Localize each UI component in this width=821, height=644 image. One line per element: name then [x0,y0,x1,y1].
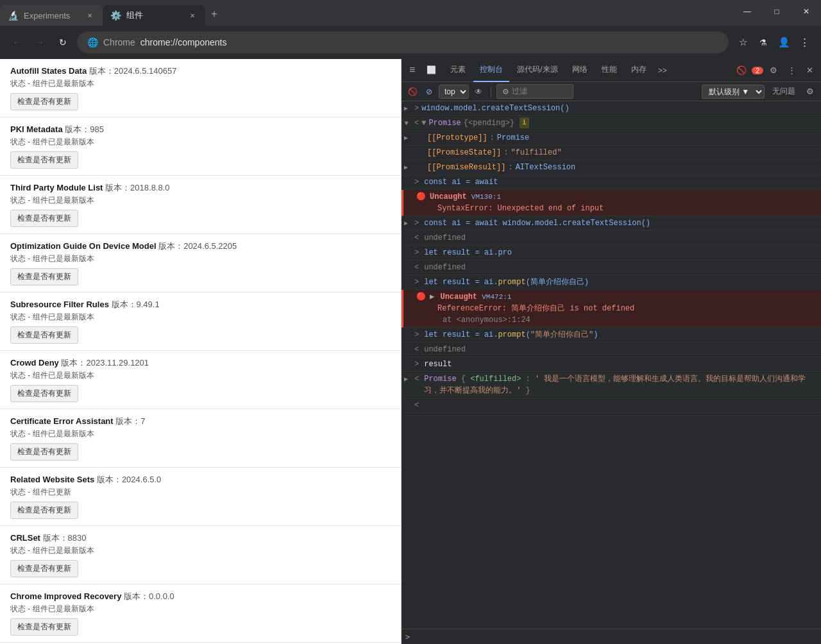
expand-arrow[interactable]: ▶ [404,104,408,114]
devtools-tab-elements[interactable]: 元素 [444,59,472,82]
devtools-tab-inspector[interactable]: ⬜ [420,59,443,82]
component-name: Crowd Deny 版本：2023.11.29.1201 [10,357,391,369]
lens-button[interactable]: ⚗ [754,33,772,51]
expand-arrow[interactable]: ▶ [404,375,408,384]
console-prompt: < [414,344,419,355]
filter-input[interactable]: ⚙ 过滤 [496,84,573,99]
check-update-button[interactable]: 检查是否有更新 [10,502,78,519]
url-brand: Chrome [103,37,135,47]
component-item: Related Website Sets 版本：2024.6.5.0 状态 - … [0,468,401,526]
console-code: ▼ [421,117,426,129]
devtools-tab-sidebar[interactable]: ≡ [405,59,419,82]
component-item: Third Party Module List 版本：2018.8.8.0 状态… [0,176,401,234]
component-status: 状态 - 组件已是最新版本 [10,253,391,264]
component-item: Crowd Deny 版本：2023.11.29.1201 状态 - 组件已是最… [0,351,401,409]
check-update-button[interactable]: 检查是否有更新 [10,326,78,344]
devtools-tab-console[interactable]: 控制台 [473,59,509,82]
console-line: ▶ [[PromiseResult]] : AITextSession [402,160,821,175]
devtools-tab-performance[interactable]: 性能 [595,59,623,82]
check-update-button[interactable]: 检查是否有更新 [10,560,78,577]
main-area: Autofill States Data 版本：2024.6.5.140657 … [0,59,821,644]
devtools-tab-network[interactable]: 网络 [566,59,594,82]
console-prompt: > [414,176,419,188]
tab-components-close[interactable]: ✕ [187,10,198,21]
eye-icon-button[interactable]: 👁 [471,85,486,99]
check-update-button[interactable]: 检查是否有更新 [10,618,78,636]
expand-arrow[interactable]: ▶ [404,163,408,173]
forward-button[interactable]: → [31,33,49,51]
component-name: Related Website Sets 版本：2024.6.5.0 [10,474,391,486]
console-sep: : [504,147,508,158]
component-status: 状态 - 组件已是最新版本 [10,195,391,206]
maximize-button[interactable]: □ [762,0,791,23]
component-name: CRLSet 版本：8830 [10,532,391,544]
level-selector[interactable]: 默认级别 ▼ [702,85,765,99]
console-prompt: > [414,359,419,370]
devtools-right-tools: 🚫 2 ⚙ ⋮ ✕ [734,63,817,78]
console-code: [[Prototype]] [427,132,487,144]
minimize-button[interactable]: — [732,0,762,23]
check-update-button[interactable]: 检查是否有更新 [10,443,78,461]
console-code: [[PromiseResult]] [427,162,505,173]
menu-button[interactable]: ⋮ [795,33,813,51]
console-prompt: < [414,117,419,129]
console-prompt: > [414,103,419,114]
component-name: Chrome Improved Recovery 版本：0.0.0.0 [10,591,391,602]
check-update-button[interactable]: 检查是否有更新 [10,385,78,402]
console-line: < undefined [402,343,821,357]
component-name: Autofill States Data 版本：2024.6.5.140657 [10,65,391,77]
refresh-button[interactable]: ↻ [54,33,72,51]
close-button[interactable]: ✕ [791,0,821,23]
close-devtools-icon[interactable]: ✕ [802,63,817,78]
profile-button[interactable]: 👤 [775,33,793,51]
expand-arrow[interactable]: ▶ [402,121,411,125]
error-count-badge: 2 [752,67,763,74]
tab-experiments[interactable]: 🔬 Experiments ✕ [0,5,103,26]
filter-toggle-button[interactable]: ⊘ [422,85,436,99]
console-line: ▶ [[Prototype]] : Promise [402,131,821,146]
tab-experiments-close[interactable]: ✕ [85,10,95,21]
component-status: 状态 - 组件已是最新版本 [10,137,391,148]
component-status: 状态 - 组件已更新 [10,487,391,498]
url-path: chrome://components [140,37,227,47]
addressbar: ← → ↻ 🌐 Chrome chrome://components ☆ ⚗ 👤… [0,26,821,59]
context-selector[interactable]: top [439,85,469,99]
console-line: ▶ < Promise { <fulfilled> : ' 我是一个语言模型，能… [402,372,821,398]
component-item: Optimization Guide On Device Model 版本：20… [0,234,401,292]
component-name: Optimization Guide On Device Model 版本：20… [10,241,391,252]
new-tab-button[interactable]: + [205,5,223,23]
component-name: Subresource Filter Rules 版本：9.49.1 [10,299,391,310]
component-status: 状态 - 组件已是最新版本 [10,78,391,89]
console-code: window.model.createTextSession() [421,103,569,114]
url-bar[interactable]: 🌐 Chrome chrome://components [77,31,729,53]
back-button[interactable]: ← [8,33,26,51]
tab-experiments-label: Experiments [24,11,70,21]
console-code: const ai = await window.model.createText… [424,217,650,229]
more-options-icon[interactable]: ⋮ [784,63,799,78]
expand-arrow[interactable]: ▶ [404,219,408,228]
check-update-button[interactable]: 检查是否有更新 [10,268,78,285]
no-issues-label: 无问题 [767,86,800,97]
devtools-tab-more[interactable]: >> [654,64,671,78]
expand-arrow[interactable]: ▶ [404,133,408,143]
devtools-tab-source[interactable]: 源代码/来源 [511,59,564,82]
error-icon: 🔴 [416,191,426,203]
console-val: "fulfilled" [511,147,561,158]
console-settings-button[interactable]: ⚙ [803,85,817,99]
check-update-button[interactable]: 检查是否有更新 [10,151,78,169]
console-line: ▶ < ▼ Promise {<pending>} i [402,116,821,131]
check-update-button[interactable]: 检查是否有更新 [10,210,78,227]
devtools-tab-memory[interactable]: 内存 [625,59,653,82]
console-line: < [402,398,821,413]
settings-icon[interactable]: ⚙ [766,63,781,78]
error-icon: 🚫 [734,63,749,78]
console-code: undefined [424,262,466,273]
console-line: < undefined [402,260,821,275]
clear-console-button[interactable]: 🚫 [405,85,419,99]
check-update-button[interactable]: 检查是否有更新 [10,93,78,110]
window-controls: — □ ✕ [732,0,821,26]
bookmark-button[interactable]: ☆ [734,33,752,51]
tab-components[interactable]: ⚙️ 组件 ✕ [103,5,205,26]
info-badge: i [520,117,529,128]
console-line: ▶ > window.model.createTextSession() [402,101,821,116]
